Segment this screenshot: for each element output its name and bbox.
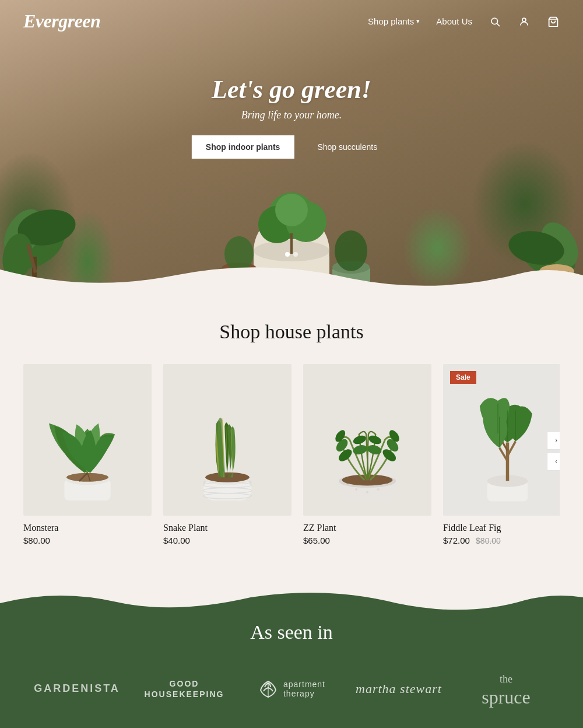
product-name-zz: ZZ Plant (303, 523, 431, 533)
svg-point-56 (377, 488, 380, 491)
wave-top (0, 586, 583, 618)
brand-martha-stewart: martha stewart (345, 681, 452, 696)
product-price-fiddle: $72.00 $80.00 (443, 536, 560, 545)
account-icon[interactable] (518, 15, 531, 28)
cart-icon[interactable] (547, 15, 560, 28)
product-card-snake[interactable]: Snake Plant $40.00 (163, 364, 292, 545)
carousel-next-button[interactable]: › (547, 431, 560, 450)
apartment-therapy-logo-icon (258, 678, 279, 699)
product-original-price-fiddle: $80.00 (476, 536, 501, 545)
brand-gardenista: GARDENISTA (23, 682, 131, 695)
as-seen-in-title: As seen in (23, 621, 560, 643)
product-image-fiddle: Sale (443, 364, 560, 516)
svg-point-54 (355, 488, 357, 491)
shop-section: Shop house plants (0, 292, 583, 563)
brand-apartment-therapy: apartment therapy (238, 678, 345, 699)
svg-point-64 (352, 444, 368, 456)
product-name-fiddle: Fiddle Leaf Fig (443, 523, 560, 533)
carousel-dot-2[interactable] (293, 252, 298, 257)
svg-point-55 (366, 491, 368, 494)
hero-content: Let's go green! Bring life to your home.… (192, 75, 391, 159)
sale-badge: Sale (450, 371, 476, 384)
product-price-snake: $40.00 (163, 536, 292, 545)
svg-point-66 (366, 444, 382, 456)
products-row: Monstera $80.00 (23, 364, 560, 545)
product-name-snake: Snake Plant (163, 523, 292, 533)
product-name-monstera: Monstera (23, 523, 152, 533)
shop-succulents-button[interactable]: Shop succulents (303, 135, 391, 159)
product-card-monstera[interactable]: Monstera $80.00 (23, 364, 152, 545)
nav-about-us[interactable]: About Us (436, 16, 472, 26)
hero-buttons: Shop indoor plants Shop succulents (192, 135, 391, 159)
hero-wave (0, 258, 583, 292)
product-image-snake (163, 364, 292, 516)
as-seen-in-section: As seen in GARDENISTA GOODHOUSEKEEPING a… (0, 586, 583, 728)
carousel-dot-1[interactable] (285, 252, 290, 257)
product-price-zz: $65.00 (303, 536, 431, 545)
brand-the-spruce: the spruce (452, 669, 560, 708)
svg-point-2 (522, 18, 526, 22)
brand-goodhousekeeping: GOODHOUSEKEEPING (131, 678, 238, 699)
navigation: Evergreen Shop plants ▾ About Us (0, 0, 583, 43)
site-logo[interactable]: Evergreen (23, 10, 100, 32)
chevron-down-icon: ▾ (416, 18, 420, 25)
product-card-fiddle[interactable]: Sale (443, 364, 560, 545)
product-image-zz (303, 364, 431, 516)
brands-row: GARDENISTA GOODHOUSEKEEPING apartment th… (23, 669, 560, 708)
carousel-arrows: › ‹ (547, 431, 560, 471)
shop-indoor-plants-button[interactable]: Shop indoor plants (192, 135, 294, 159)
shop-title: Shop house plants (23, 321, 560, 343)
nav-shop-plants[interactable]: Shop plants ▾ (368, 16, 420, 26)
search-icon[interactable] (489, 15, 501, 28)
hero-title: Let's go green! (192, 75, 391, 104)
svg-line-1 (497, 23, 499, 26)
carousel-prev-button[interactable]: ‹ (547, 452, 560, 471)
nav-links: Shop plants ▾ About Us (368, 15, 560, 28)
hero-section: Let's go green! Bring life to your home.… (0, 0, 583, 292)
product-image-monstera (23, 364, 152, 516)
product-price-monstera: $80.00 (23, 536, 152, 545)
hero-carousel-dots (285, 252, 298, 257)
product-card-zz[interactable]: ZZ Plant $65.00 (303, 364, 431, 545)
hero-subtitle: Bring life to your home. (192, 109, 391, 121)
